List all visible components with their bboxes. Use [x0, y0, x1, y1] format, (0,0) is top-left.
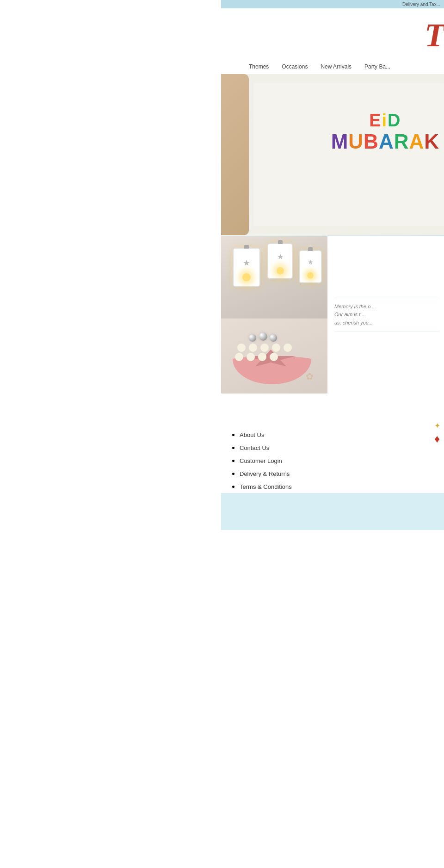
- list-item: Contact Us: [240, 443, 435, 452]
- footer-decoration: ✦ ♦: [430, 417, 444, 472]
- eid-text: EiD MUBARAK: [331, 111, 439, 153]
- hero-banner: EiD MUBARAK: [221, 74, 444, 235]
- nav-occasions[interactable]: Occasions: [282, 63, 308, 70]
- deco-line-2: [334, 331, 439, 332]
- contact-us-link[interactable]: Contact Us: [240, 444, 269, 451]
- list-item: Customer Login: [240, 456, 435, 465]
- deco-line-1: [334, 298, 439, 298]
- about-us-link[interactable]: About Us: [240, 431, 264, 438]
- nav-new-arrivals[interactable]: New Arrivals: [321, 63, 352, 70]
- ornament-icon: ♦: [434, 432, 440, 445]
- header: T 🔍: [221, 8, 444, 69]
- delivery-returns-link[interactable]: Delivery & Returns: [240, 470, 290, 477]
- top-bar-text: Delivery and Tax...: [402, 2, 440, 7]
- hand-image: [221, 74, 249, 235]
- navigation: Themes Occasions New Arrivals Party Ba..…: [221, 60, 444, 73]
- footer-list: About Us Contact Us Customer Login Deliv…: [230, 431, 435, 491]
- about-paragraph: Memory is the o... Our aim is t... us, c…: [334, 303, 439, 327]
- terms-conditions-link[interactable]: Terms & Conditions: [240, 483, 292, 490]
- logo: T: [425, 19, 444, 52]
- bowl-image: ✿: [221, 318, 327, 393]
- list-item: Terms & Conditions: [240, 482, 435, 491]
- customer-login-link[interactable]: Customer Login: [240, 457, 282, 464]
- bottom-bar: [221, 493, 444, 530]
- top-bar: Delivery and Tax...: [221, 0, 444, 8]
- list-item: Delivery & Returns: [240, 469, 435, 478]
- bottom-white-space: [0, 530, 444, 868]
- about-text-section: Memory is the o... Our aim is t... us, c…: [327, 236, 444, 393]
- nav-party[interactable]: Party Ba...: [364, 63, 390, 70]
- list-item: About Us: [240, 431, 435, 439]
- content-section: ★ ★ ★: [221, 236, 444, 393]
- star-icon: ✦: [434, 421, 440, 430]
- lanterns-image: ★ ★ ★: [221, 236, 327, 319]
- nav-themes[interactable]: Themes: [249, 63, 269, 70]
